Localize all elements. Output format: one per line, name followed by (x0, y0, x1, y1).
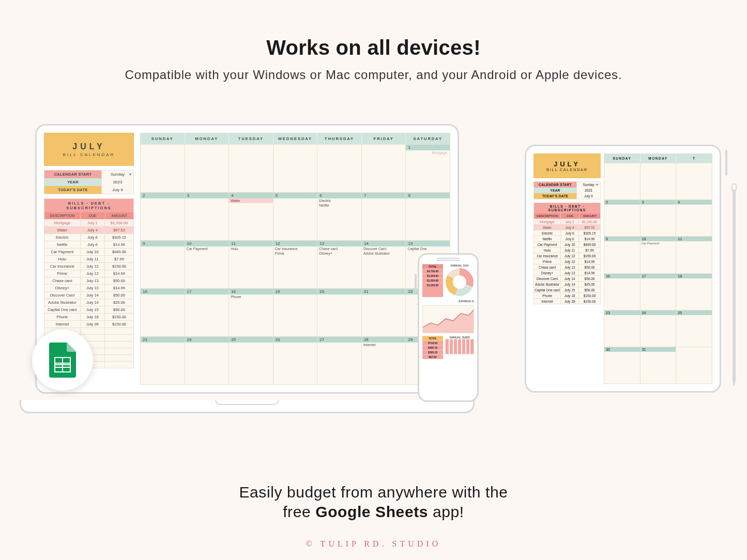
month-title: JULY (72, 142, 105, 151)
calendar-day-cell[interactable] (361, 145, 406, 192)
calendar-start-select[interactable]: Sunday (576, 182, 600, 188)
calendar-day-cell[interactable]: 23 (604, 310, 640, 347)
calendar-day-cell[interactable]: 18Phone (228, 289, 273, 336)
calendar-day-cell[interactable]: 23 (141, 337, 185, 384)
calendar-day-cell[interactable]: 25 (676, 310, 712, 347)
calendar-week: 232425 (604, 310, 712, 347)
bills-row[interactable]: Chase cardJuly 13$50.00 (44, 277, 133, 284)
calendar-day-cell[interactable]: 10Car Payment (185, 241, 229, 288)
bills-row[interactable]: Car PaymentJuly 10$489.00 (534, 241, 600, 247)
calendar-day-cell[interactable]: 4 (676, 200, 712, 236)
bills-row[interactable]: Car InsuranceJuly 12$150.00 (44, 262, 133, 270)
bills-row[interactable]: WaterJuly 4$97.52 (44, 226, 133, 234)
calendar-day-cell[interactable]: 27 (317, 337, 361, 384)
bills-row[interactable]: PrimeJuly 12$14.99 (44, 270, 133, 277)
bills-row[interactable]: Car PaymentJuly 10$489.00 (44, 248, 133, 255)
bills-row[interactable]: ElectricJuly 6$305.15 (534, 230, 600, 236)
calendar-day-cell[interactable]: 1Mortgage (405, 145, 450, 192)
calendar-day-cell[interactable]: 30 (604, 347, 640, 383)
bills-row[interactable]: NetflixJuly 6$14.99 (44, 241, 133, 248)
calendar-day-cell[interactable]: 11 (676, 237, 712, 273)
bills-row[interactable]: HuluJuly 11$7.99 (44, 255, 133, 262)
calendar-day-cell[interactable] (317, 145, 361, 192)
calendar-day-cell[interactable]: 3 (185, 193, 229, 240)
bills-row[interactable]: PhoneJuly 18$150.00 (44, 313, 133, 320)
bills-row[interactable]: Capital One cardJuly 15$50.00 (534, 287, 600, 292)
bills-row[interactable]: Disney+July 13$14.99 (534, 270, 600, 275)
calendar-day-cell[interactable] (141, 145, 185, 192)
bills-row[interactable]: HuluJuly 11$7.99 (534, 247, 600, 253)
bills-row[interactable]: WaterJuly 4$97.52 (534, 224, 600, 230)
year-input[interactable]: 2023 (576, 188, 600, 193)
calendar-day-cell[interactable]: 8 (405, 193, 450, 240)
calendar-day-cell[interactable] (640, 163, 676, 199)
bills-row[interactable]: Discover CardJuly 14$50.00 (44, 291, 133, 299)
calendar-day-cell[interactable]: 17 (185, 289, 229, 336)
day-header: FRIDAY (361, 133, 406, 144)
calendar-day-cell[interactable]: 12Car InsurancePrime (273, 241, 317, 288)
phone-bar-chart (445, 339, 474, 354)
google-sheets-badge (32, 330, 93, 391)
calendar-day-cell[interactable] (676, 347, 712, 383)
calendar-day-cell[interactable]: 5 (273, 193, 317, 240)
bills-row[interactable]: InternetJuly 28$150.00 (534, 298, 600, 304)
calendar-day-cell[interactable]: 9 (141, 241, 185, 288)
month-subtitle: BILL CALENDAR (63, 152, 115, 157)
calendar-day-cell[interactable]: 18 (676, 274, 712, 310)
calendar-day-cell[interactable]: 10Car Payment (640, 237, 676, 273)
laptop-mockup: JULY BILL CALENDAR CALENDAR STARTSunday … (35, 124, 459, 413)
day-header: SUNDAY (141, 133, 185, 144)
today-input[interactable]: July 6 (101, 186, 133, 194)
calendar-day-cell[interactable] (273, 145, 317, 192)
calendar-day-cell[interactable]: 3 (640, 200, 676, 236)
bills-row[interactable]: Capital One cardJuly 15$50.00 (44, 306, 133, 313)
calendar-day-cell[interactable] (676, 163, 712, 199)
calendar-day-cell[interactable]: 9 (604, 237, 640, 273)
today-input[interactable]: July 6 (576, 193, 600, 199)
calendar-day-cell[interactable]: 31 (640, 347, 676, 383)
bills-row[interactable]: Discover CardJuly 14$50.00 (534, 275, 600, 281)
bills-row[interactable]: Adobe IllustratorJuly 14$25.00 (44, 299, 133, 306)
calendar-start-select[interactable]: Sunday (101, 170, 133, 178)
calendar-day-cell[interactable]: 14Discover CardAdobe Illustrator (361, 241, 406, 288)
day-header: TUESDAY (228, 133, 273, 144)
calendar-day-cell[interactable]: 25 (228, 337, 273, 384)
calendar-day-cell[interactable]: 2 (604, 200, 640, 236)
calendar-day-cell[interactable]: 26 (273, 337, 317, 384)
calendar-day-cell[interactable]: 13Chase cardDisney+ (317, 241, 361, 288)
bills-row[interactable]: Chase cardJuly 13$50.00 (534, 264, 600, 270)
calendar-day-cell[interactable] (604, 163, 640, 199)
calendar-bill-item: Mortgage (406, 150, 450, 155)
bills-row[interactable]: PrimeJuly 12$14.99 (534, 258, 600, 264)
calendar-day-cell[interactable] (228, 145, 273, 192)
bills-row[interactable]: PhoneJuly 18$150.00 (534, 292, 600, 298)
calendar-day-cell[interactable]: 20 (317, 289, 361, 336)
bills-row[interactable]: ElectricJuly 6$305.15 (44, 234, 133, 241)
tablet-screen: JULY BILL CALENDAR CALENDAR STARTSunday … (533, 153, 712, 384)
calendar-day-cell[interactable]: 4Water (228, 193, 273, 240)
bills-row[interactable]: Adobe IllustratorJuly 14$25.00 (534, 281, 600, 287)
phone-side-button (415, 274, 417, 292)
bills-row[interactable]: Car InsuranceJuly 12$150.00 (534, 253, 600, 258)
bills-row[interactable]: Disney+July 13$14.99 (44, 284, 133, 291)
calendar-day-cell[interactable]: 17 (640, 274, 676, 310)
calendar-day-cell[interactable] (185, 145, 229, 192)
meta-label: TODAY'S DATE (44, 186, 101, 194)
bills-row[interactable]: InternetJuly 28$150.00 (44, 320, 133, 328)
bills-row[interactable]: MortgageJuly 1$1,200.00 (44, 219, 133, 226)
calendar-day-cell[interactable]: 16 (604, 274, 640, 310)
calendar-day-cell[interactable]: 24 (640, 310, 676, 347)
calendar-day-cell[interactable]: 2 (141, 193, 185, 240)
bill-calendar: SUNDAYMONDAYTUESDAYWEDNESDAYTHURSDAYFRID… (140, 133, 450, 385)
calendar-day-cell[interactable]: 11Hulu (228, 241, 273, 288)
calendar-day-cell[interactable]: 7 (361, 193, 406, 240)
year-input[interactable]: 2023 (101, 178, 133, 186)
calendar-day-cell[interactable]: 28Internet (361, 337, 406, 384)
calendar-day-cell[interactable]: 16 (141, 289, 185, 336)
bills-row[interactable]: MortgageJuly 1$1,200.00 (534, 219, 600, 224)
calendar-day-cell[interactable]: 19 (273, 289, 317, 336)
calendar-day-cell[interactable]: 21 (361, 289, 406, 336)
bills-row[interactable]: NetflixJuly 6$14.99 (534, 236, 600, 241)
calendar-day-cell[interactable]: 24 (185, 337, 229, 384)
calendar-day-cell[interactable]: 6ElectricNetflix (317, 193, 361, 240)
